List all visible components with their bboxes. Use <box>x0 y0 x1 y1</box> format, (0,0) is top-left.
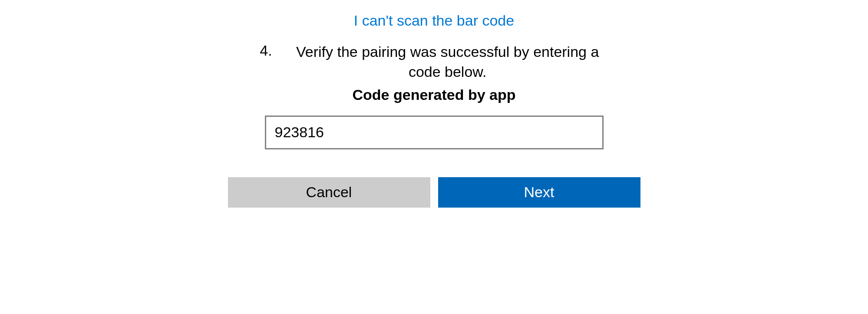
button-row: Cancel Next <box>228 177 640 208</box>
next-button[interactable]: Next <box>438 177 640 208</box>
step-text: Verify the pairing was successful by ent… <box>278 42 617 82</box>
step-row: 4. Verify the pairing was successful by … <box>239 42 630 82</box>
code-label: Code generated by app <box>353 86 516 103</box>
code-input[interactable] <box>265 116 604 149</box>
step-number: 4. <box>251 42 272 59</box>
cancel-button[interactable]: Cancel <box>228 177 430 208</box>
cant-scan-link[interactable]: I can't scan the bar code <box>354 12 514 29</box>
